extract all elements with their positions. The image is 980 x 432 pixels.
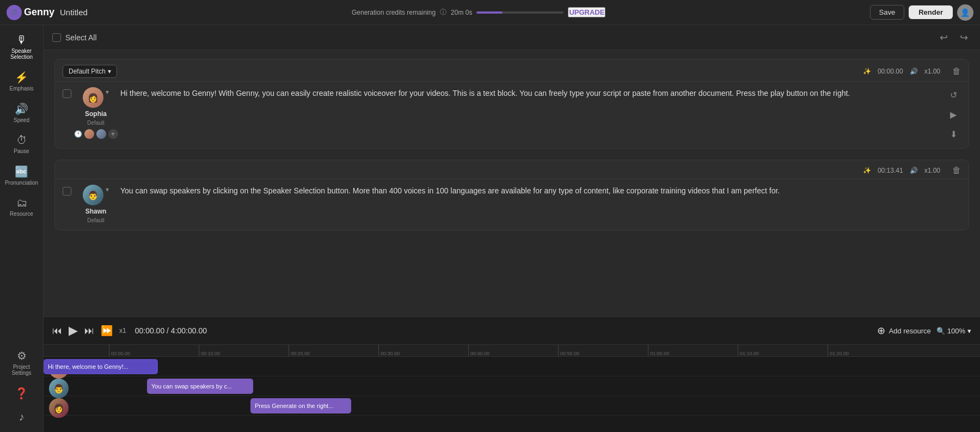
ruler-mark-4: 00:40.00 [468,345,558,356]
upgrade-button[interactable]: UPGRADE [568,7,605,17]
zoom-icon: 🔍 [936,327,945,335]
speaker-avatar-1[interactable]: 👩 [83,87,103,108]
track-avatar-3: 👩 [49,398,69,418]
speaker-chevron-icon-1[interactable]: ▾ [106,88,109,96]
top-nav: 🎵 Genny Untitled Generation credits rema… [0,0,980,25]
current-time-display: 00:00.00 / 4:00:00.00 [135,326,207,335]
add-resource-button[interactable]: ⊕ Add resource [877,325,930,337]
transport-bar: ⏮ ▶ ⏭ ⏩ x1 00:00.00 / 4:00:00.00 ⊕ Add r… [44,317,980,345]
spark-icon-2: ✨ [863,167,871,174]
sidebar-item-speed[interactable]: 🔊 Speed [2,98,41,127]
zoom-control[interactable]: 🔍 100% ▾ [936,327,971,335]
script-block-1: Default Pitch ▾ ✨ 00:00.00 🔊 x1.00 🗑 [54,59,969,149]
pronunciation-icon: 🔤 [15,165,28,178]
select-all-label[interactable]: Select All [65,33,97,42]
speaker-name-1: Sophia [85,110,107,118]
sidebar-item-pause[interactable]: ⏱ Pause [2,130,41,159]
pitch-dropdown-1[interactable]: Default Pitch ▾ [63,65,117,78]
ruler-mark-1: 00:10.00 [199,345,289,356]
select-all-checkbox[interactable] [52,33,61,42]
track-clip-2[interactable]: You can swap speakers by c... [147,379,253,394]
speaker-label-1: Default [87,120,105,126]
sidebar-item-label: Pronunciation [5,180,38,186]
redo-button[interactable]: ↪ [957,31,971,45]
download-action-button-1[interactable]: ⬇ [946,126,961,142]
timestamp-info-1: ✨ 00:00.00 🔊 x1.00 🗑 [863,66,961,76]
replay-action-button-1[interactable]: ↺ [946,87,961,102]
ruler-mark-8: 01:20.00 [828,345,917,356]
toolbar: Select All ↩ ↪ [44,25,980,50]
ruler-mark-7: 01:10.00 [738,345,828,356]
script-block-2-header: ✨ 00:13.41 🔊 x1.00 🗑 [55,160,969,179]
skip-fwd-button[interactable]: ⏭ [84,325,94,337]
select-all-wrapper: Select All [52,33,97,42]
main-layout: 🎙 Speaker Selection ⚡ Emphasis 🔊 Speed ⏱… [0,25,980,432]
fast-fwd-button[interactable]: ⏩ [101,325,113,337]
sidebar-item-help[interactable]: ❓ [2,382,41,404]
timeline-area: 00:00.00 00:10.00 00:20.00 00:30.00 00:4… [44,345,980,432]
script-block-1-header: Default Pitch ▾ ✨ 00:00.00 🔊 x1.00 🗑 [55,59,969,82]
speed-2: x1.00 [924,167,940,174]
save-button[interactable]: Save [870,5,905,20]
block-2-checkbox[interactable] [63,187,71,196]
add-speaker-button-1[interactable]: + [108,129,118,139]
track-clip-1[interactable]: Hi there, welcome to Genny!... [44,359,158,374]
sidebar-item-speaker-selection[interactable]: 🎙 Speaker Selection [2,29,41,64]
track-clip-3[interactable]: Press Generate on the right... [250,398,351,413]
speaker-selection-icon: 🎙 [16,34,27,46]
logo-text: Genny [24,7,54,18]
volume-icon: 🔊 [910,68,918,75]
app-logo: 🎵 Genny [7,5,54,20]
skip-back-button[interactable]: ⏮ [52,325,62,337]
sidebar-item-music[interactable]: ♪ [2,406,41,428]
timeline-tracks: 👩 Hi there, welcome to Genny!... 👨 You c… [44,357,980,416]
track-row-3: 👩 Press Generate on the right... [44,396,980,416]
track-avatar-2: 👨 [49,379,69,398]
play-button[interactable]: ▶ [69,324,78,338]
sidebar-item-project-settings[interactable]: ⚙ Project Settings [2,345,41,380]
help-circle-icon: ❓ [15,387,28,400]
track-row-1: 👩 Hi there, welcome to Genny!... [44,357,980,376]
nav-center: Generation credits remaining ⓘ 20m 0s UP… [352,7,605,17]
delete-block-2-button[interactable]: 🗑 [952,166,961,175]
sidebar-item-label: Project Settings [5,364,38,376]
left-sidebar: 🎙 Speaker Selection ⚡ Emphasis 🔊 Speed ⏱… [0,25,44,432]
speaker-avatar-2[interactable]: 👨 [83,185,103,205]
speaker-label-2: Default [87,217,105,223]
delete-block-1-button[interactable]: 🗑 [952,66,961,76]
ruler-mark-0: 00:00.00 [109,345,199,356]
block-1-checkbox[interactable] [63,89,71,98]
script-area: Default Pitch ▾ ✨ 00:00.00 🔊 x1.00 🗑 [44,50,980,317]
transport-right: ⊕ Add resource 🔍 100% ▾ [877,325,971,337]
render-button[interactable]: Render [909,5,953,19]
credits-bar [476,11,564,14]
user-avatar[interactable]: 👤 [957,4,973,21]
pause-icon: ⏱ [16,134,27,147]
timestamp-1: 00:00.00 [878,68,903,75]
project-title[interactable]: Untitled [60,8,88,17]
script-text-2[interactable]: You can swap speakers by clicking on the… [120,185,961,197]
speed-badge: x1 [119,327,126,334]
volume-icon-2: 🔊 [910,167,918,174]
block-actions-1: ↺ ▶ ⬇ [946,87,961,142]
script-text-1[interactable]: Hi there, welcome to Genny! With Genny, … [120,87,940,99]
history-icon[interactable]: 🕐 [74,130,82,138]
ruler-mark-3: 00:30.00 [378,345,468,356]
help-icon[interactable]: ⓘ [440,8,446,17]
speed-icon: 🔊 [15,102,28,115]
script-block-2-body: 👨 ▾ Shawn Default You can swap speakers … [55,179,969,230]
undo-button[interactable]: ↩ [936,31,951,45]
play-action-button-1[interactable]: ▶ [946,107,961,122]
mini-avatar-1 [84,129,94,139]
pitch-label-1: Default Pitch [69,68,106,75]
gear-icon: ⚙ [17,349,27,362]
script-block-1-body: 👩 ▾ Sophia Default 🕐 + Hi there, welcome… [55,82,969,148]
sidebar-item-emphasis[interactable]: ⚡ Emphasis [2,66,41,96]
nav-left: 🎵 Genny Untitled [7,5,88,20]
speaker-chevron-icon-2[interactable]: ▾ [106,186,109,193]
ruler-mark-6: 01:00.00 [648,345,738,356]
sidebar-item-resource[interactable]: 🗂 Resource [2,192,41,221]
mini-avatar-2 [96,129,106,139]
sidebar-item-pronunciation[interactable]: 🔤 Pronunciation [2,161,41,190]
sidebar-item-label: Resource [10,211,33,217]
